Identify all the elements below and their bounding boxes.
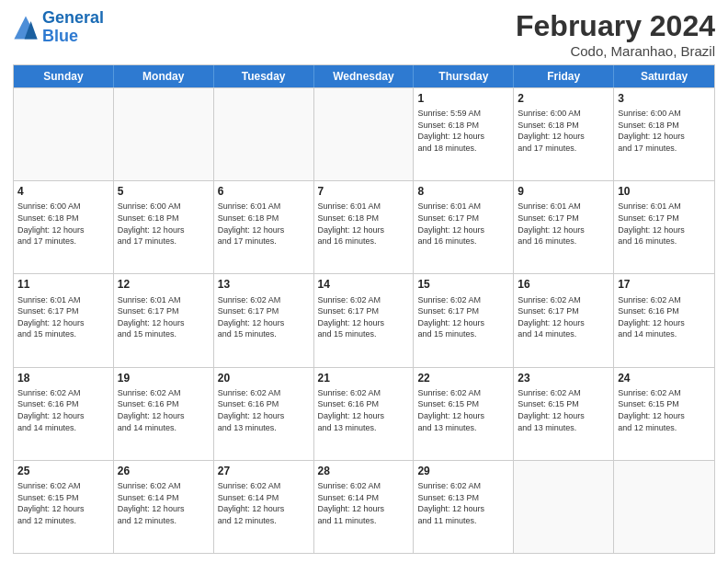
calendar-cell: 25Sunrise: 6:02 AM Sunset: 6:15 PM Dayli… (14, 461, 114, 553)
title-month: February 2024 (516, 9, 715, 43)
day-number: 23 (518, 371, 609, 385)
day-info: Sunrise: 6:01 AM Sunset: 6:17 PM Dayligh… (118, 294, 210, 340)
calendar-cell: 18Sunrise: 6:02 AM Sunset: 6:16 PM Dayli… (14, 368, 114, 460)
day-info: Sunrise: 6:00 AM Sunset: 6:18 PM Dayligh… (17, 201, 109, 247)
day-number: 3 (618, 91, 711, 106)
day-info: Sunrise: 6:01 AM Sunset: 6:17 PM Dayligh… (618, 201, 711, 247)
day-info: Sunrise: 6:02 AM Sunset: 6:16 PM Dayligh… (318, 387, 410, 433)
day-info: Sunrise: 6:02 AM Sunset: 6:16 PM Dayligh… (17, 387, 109, 433)
day-number: 21 (318, 371, 410, 385)
calendar-cell: 8Sunrise: 6:01 AM Sunset: 6:17 PM Daylig… (414, 181, 514, 273)
day-number: 13 (218, 277, 310, 292)
logo-icon (13, 15, 39, 40)
calendar-header: SundayMondayTuesdayWednesdayThursdayFrid… (14, 65, 714, 87)
day-info: Sunrise: 6:01 AM Sunset: 6:18 PM Dayligh… (218, 201, 310, 247)
calendar-cell: 21Sunrise: 6:02 AM Sunset: 6:16 PM Dayli… (314, 368, 415, 460)
logo: General Blue (13, 9, 104, 46)
page: General Blue February 2024 Codo, Maranha… (0, 0, 728, 563)
day-number: 11 (17, 277, 109, 292)
day-info: Sunrise: 6:02 AM Sunset: 6:13 PM Dayligh… (417, 480, 509, 526)
calendar-cell: 29Sunrise: 6:02 AM Sunset: 6:13 PM Dayli… (414, 461, 514, 553)
day-number: 14 (318, 277, 410, 292)
day-number: 5 (118, 184, 210, 199)
day-number: 10 (618, 184, 711, 199)
calendar-cell: 12Sunrise: 6:01 AM Sunset: 6:17 PM Dayli… (114, 274, 214, 366)
calendar-cell (14, 88, 114, 180)
day-number: 25 (17, 464, 109, 478)
calendar-cell (214, 88, 314, 180)
calendar-cell: 17Sunrise: 6:02 AM Sunset: 6:16 PM Dayli… (614, 274, 714, 366)
day-number: 15 (417, 277, 509, 292)
calendar-cell: 4Sunrise: 6:00 AM Sunset: 6:18 PM Daylig… (14, 181, 114, 273)
calendar-cell: 11Sunrise: 6:01 AM Sunset: 6:17 PM Dayli… (14, 274, 114, 366)
day-number: 1 (417, 91, 509, 106)
day-info: Sunrise: 6:02 AM Sunset: 6:14 PM Dayligh… (218, 480, 310, 526)
day-number: 16 (518, 277, 609, 292)
day-info: Sunrise: 6:02 AM Sunset: 6:15 PM Dayligh… (417, 387, 509, 433)
day-info: Sunrise: 6:00 AM Sunset: 6:18 PM Dayligh… (118, 201, 210, 247)
day-number: 18 (17, 371, 109, 385)
title-block: February 2024 Codo, Maranhao, Brazil (516, 9, 715, 59)
logo-blue: Blue (42, 27, 78, 45)
calendar-row-4: 25Sunrise: 6:02 AM Sunset: 6:15 PM Dayli… (14, 460, 714, 553)
calendar-cell (514, 461, 614, 553)
calendar-cell: 16Sunrise: 6:02 AM Sunset: 6:17 PM Dayli… (514, 274, 614, 366)
day-number: 17 (618, 277, 711, 292)
weekday-sunday: Sunday (14, 65, 114, 87)
day-number: 28 (318, 464, 410, 478)
day-number: 9 (518, 184, 609, 199)
weekday-monday: Monday (114, 65, 214, 87)
day-info: Sunrise: 6:02 AM Sunset: 6:15 PM Dayligh… (618, 387, 711, 433)
weekday-friday: Friday (514, 65, 614, 87)
day-info: Sunrise: 6:02 AM Sunset: 6:15 PM Dayligh… (17, 480, 109, 526)
calendar-cell: 28Sunrise: 6:02 AM Sunset: 6:14 PM Dayli… (314, 461, 415, 553)
calendar-row-1: 4Sunrise: 6:00 AM Sunset: 6:18 PM Daylig… (14, 180, 714, 273)
day-info: Sunrise: 6:02 AM Sunset: 6:15 PM Dayligh… (518, 387, 609, 433)
day-number: 4 (17, 184, 109, 199)
day-number: 8 (417, 184, 509, 199)
calendar-row-3: 18Sunrise: 6:02 AM Sunset: 6:16 PM Dayli… (14, 367, 714, 460)
day-info: Sunrise: 6:01 AM Sunset: 6:17 PM Dayligh… (518, 201, 609, 247)
day-info: Sunrise: 6:01 AM Sunset: 6:17 PM Dayligh… (417, 201, 509, 247)
day-info: Sunrise: 6:01 AM Sunset: 6:18 PM Dayligh… (318, 201, 410, 247)
calendar-row-0: 1Sunrise: 5:59 AM Sunset: 6:18 PM Daylig… (14, 87, 714, 180)
day-number: 2 (518, 91, 609, 106)
calendar-row-2: 11Sunrise: 6:01 AM Sunset: 6:17 PM Dayli… (14, 273, 714, 366)
calendar-cell: 6Sunrise: 6:01 AM Sunset: 6:18 PM Daylig… (214, 181, 314, 273)
calendar-body: 1Sunrise: 5:59 AM Sunset: 6:18 PM Daylig… (14, 87, 714, 553)
day-number: 19 (118, 371, 210, 385)
calendar-cell: 26Sunrise: 6:02 AM Sunset: 6:14 PM Dayli… (114, 461, 214, 553)
weekday-tuesday: Tuesday (214, 65, 314, 87)
calendar-cell: 15Sunrise: 6:02 AM Sunset: 6:17 PM Dayli… (414, 274, 514, 366)
day-number: 24 (618, 371, 711, 385)
day-info: Sunrise: 6:02 AM Sunset: 6:17 PM Dayligh… (318, 294, 410, 340)
calendar-cell: 10Sunrise: 6:01 AM Sunset: 6:17 PM Dayli… (614, 181, 714, 273)
weekday-wednesday: Wednesday (314, 65, 415, 87)
weekday-thursday: Thursday (414, 65, 514, 87)
calendar: SundayMondayTuesdayWednesdayThursdayFrid… (13, 64, 715, 554)
calendar-cell: 3Sunrise: 6:00 AM Sunset: 6:18 PM Daylig… (614, 88, 714, 180)
day-info: Sunrise: 6:02 AM Sunset: 6:17 PM Dayligh… (218, 294, 310, 340)
calendar-cell: 22Sunrise: 6:02 AM Sunset: 6:15 PM Dayli… (414, 368, 514, 460)
day-number: 6 (218, 184, 310, 199)
day-info: Sunrise: 6:02 AM Sunset: 6:16 PM Dayligh… (618, 294, 711, 340)
logo-general: General (42, 8, 104, 27)
title-location: Codo, Maranhao, Brazil (516, 43, 715, 59)
logo-text: General Blue (42, 9, 104, 46)
day-info: Sunrise: 6:01 AM Sunset: 6:17 PM Dayligh… (17, 294, 109, 340)
calendar-cell: 13Sunrise: 6:02 AM Sunset: 6:17 PM Dayli… (214, 274, 314, 366)
calendar-cell: 7Sunrise: 6:01 AM Sunset: 6:18 PM Daylig… (314, 181, 415, 273)
day-number: 26 (118, 464, 210, 478)
day-info: Sunrise: 6:00 AM Sunset: 6:18 PM Dayligh… (618, 108, 711, 154)
calendar-cell: 1Sunrise: 5:59 AM Sunset: 6:18 PM Daylig… (414, 88, 514, 180)
calendar-cell: 14Sunrise: 6:02 AM Sunset: 6:17 PM Dayli… (314, 274, 415, 366)
day-info: Sunrise: 6:00 AM Sunset: 6:18 PM Dayligh… (518, 108, 609, 154)
day-number: 27 (218, 464, 310, 478)
calendar-cell (314, 88, 415, 180)
day-number: 29 (417, 464, 509, 478)
calendar-cell (614, 461, 714, 553)
calendar-cell: 19Sunrise: 6:02 AM Sunset: 6:16 PM Dayli… (114, 368, 214, 460)
calendar-cell: 27Sunrise: 6:02 AM Sunset: 6:14 PM Dayli… (214, 461, 314, 553)
day-number: 12 (118, 277, 210, 292)
day-number: 20 (218, 371, 310, 385)
